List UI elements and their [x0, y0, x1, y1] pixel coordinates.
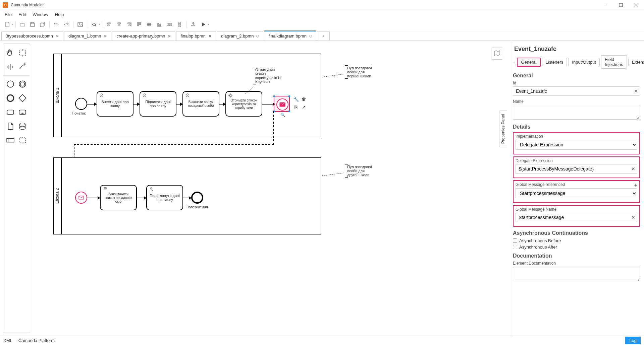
menu-edit[interactable]: Edit [15, 11, 29, 18]
subprocess-icon[interactable] [17, 107, 28, 117]
tab-extensions[interactable]: Extensions [628, 58, 644, 66]
start-event[interactable] [75, 98, 87, 110]
documentation-input[interactable] [513, 267, 640, 281]
properties-panel-toggle[interactable]: Properties Panel [499, 111, 507, 147]
message-flow[interactable] [74, 144, 274, 145]
annotation-icon[interactable]: ⎘ [292, 104, 299, 111]
minimize-button[interactable] [598, 0, 613, 10]
close-icon[interactable]: ✕ [168, 34, 171, 39]
save-all-button[interactable] [38, 20, 47, 29]
space-tool-icon[interactable] [5, 62, 15, 72]
message-throw-event[interactable] [276, 98, 288, 111]
implementation-select[interactable]: Delegate Expression [516, 140, 637, 150]
clear-icon[interactable]: ✕ [631, 166, 635, 171]
canvas[interactable]: Школа 1 Початок Внести дані про заяву Пі… [30, 41, 510, 336]
menu-file[interactable]: File [1, 11, 15, 18]
menu-window[interactable]: Window [29, 11, 51, 18]
log-button[interactable]: Log [625, 337, 641, 344]
image-button[interactable] [75, 20, 85, 29]
lasso-tool-icon[interactable] [17, 48, 28, 58]
name-input[interactable] [513, 105, 640, 120]
group-icon[interactable] [17, 135, 28, 145]
menu-help[interactable]: Help [52, 11, 67, 18]
tab-input-output[interactable]: Input/Output [568, 58, 600, 66]
tabs-prev[interactable]: ‹ [513, 60, 516, 65]
tab-field-injections[interactable]: Field Injections [601, 55, 627, 69]
data-object-icon[interactable] [5, 121, 15, 131]
tab-3typessubprocess[interactable]: 3typessubprocess.bpmn✕ [1, 31, 63, 41]
id-input[interactable] [513, 86, 640, 96]
svg-rect-27 [171, 23, 172, 26]
footer-xml-tab[interactable]: XML [3, 338, 12, 343]
close-icon[interactable]: ✕ [104, 34, 107, 39]
magnifier-icon[interactable]: 🔍 [280, 113, 285, 117]
task-sign-data[interactable]: Підписати дані про заяву [140, 91, 176, 117]
align-bottom-button[interactable] [155, 20, 164, 29]
add-message-button[interactable]: + [634, 182, 637, 188]
task-load-list[interactable]: Завантажити список посадових осіб [100, 185, 137, 210]
close-icon[interactable]: ✕ [208, 34, 212, 39]
run-button[interactable] [199, 20, 208, 29]
connect-icon[interactable]: ↗ [301, 104, 307, 111]
text-annotation-pool1[interactable]: Пул посадової особи для першої школи [345, 65, 375, 79]
align-right-button[interactable] [124, 20, 134, 29]
clear-icon[interactable]: ✕ [631, 215, 635, 220]
clear-icon[interactable]: ✕ [634, 88, 638, 94]
task-enter-data[interactable]: Внести дані про заяву [97, 91, 133, 117]
distribute-h-button[interactable] [165, 20, 174, 29]
hand-tool-icon[interactable] [5, 48, 15, 58]
svg-point-35 [7, 95, 14, 101]
message-flow[interactable] [273, 111, 274, 145]
text-annotation[interactable]: Отримуємо масив користувачів із Keycloak [253, 67, 286, 84]
align-top-button[interactable] [135, 20, 144, 29]
end-event[interactable] [191, 192, 203, 204]
task-review[interactable]: Переглянути дані про заяву [146, 185, 183, 210]
end-event-icon[interactable] [5, 93, 15, 103]
task-search-official[interactable]: Виконати пошук посадової особи [182, 91, 219, 117]
wrench-icon[interactable]: 🔧 [292, 96, 299, 102]
new-file-button[interactable] [3, 20, 12, 29]
intermediate-event-icon[interactable] [17, 79, 28, 89]
async-after-checkbox[interactable]: Asynchronous After [513, 245, 640, 250]
open-button[interactable] [18, 20, 27, 29]
data-store-icon[interactable] [17, 121, 28, 131]
connect-tool-icon[interactable] [17, 62, 28, 72]
distribute-v-button[interactable] [175, 20, 184, 29]
maximize-button[interactable] [613, 0, 629, 10]
tab-diagram1[interactable]: diagram_1.bpmn✕ [64, 31, 112, 41]
minimap-toggle[interactable] [491, 48, 503, 60]
deploy-button[interactable] [189, 20, 198, 29]
undo-button[interactable] [52, 20, 61, 29]
global-message-name-input[interactable] [516, 213, 637, 222]
text-annotation-pool2[interactable]: Пул посадової особи для другої школи [345, 164, 375, 178]
tab-diagram2[interactable]: diagram_2.bpmn [217, 31, 264, 41]
task-get-users[interactable]: Отримати список користувачів за атрибута… [225, 91, 262, 117]
pool-school-1[interactable]: Школа 1 Початок Внести дані про заяву Пі… [53, 54, 321, 137]
close-icon[interactable]: ✕ [56, 34, 59, 39]
delegate-expression-input[interactable] [516, 164, 637, 174]
redo-button[interactable] [62, 20, 71, 29]
close-button[interactable] [629, 0, 644, 10]
tab-listeners[interactable]: Listeners [542, 58, 567, 66]
tab-create-app-primary[interactable]: create-app-primary.bpmn✕ [112, 31, 175, 41]
new-tab-button[interactable]: + [317, 31, 330, 41]
color-fill-button[interactable] [89, 20, 99, 29]
tab-finalkdiagram[interactable]: finalkdiagram.bpmn [264, 30, 316, 41]
footer-platform-tab[interactable]: Camunda Platform [18, 338, 55, 343]
tab-finalbp[interactable]: finalbp.bpmn✕ [176, 31, 216, 41]
task-icon[interactable] [5, 107, 15, 117]
align-left-button[interactable] [104, 20, 114, 29]
async-before-checkbox[interactable]: Asynchronous Before [513, 238, 640, 243]
align-middle-button[interactable] [145, 20, 154, 29]
tab-general[interactable]: General [517, 58, 540, 67]
save-button[interactable] [28, 20, 37, 29]
trash-icon[interactable]: 🗑 [301, 96, 307, 102]
gateway-icon[interactable] [17, 93, 28, 103]
pool-school-2[interactable]: Школа 2 Завантажити список посадових осі… [53, 157, 321, 234]
align-center-button[interactable] [114, 20, 124, 29]
selected-element[interactable] [274, 96, 290, 112]
start-event-icon[interactable] [5, 79, 15, 89]
global-message-ref-select[interactable]: Startprocessmessage [516, 188, 637, 198]
pool-icon[interactable] [5, 135, 15, 145]
message-start-event[interactable] [75, 192, 87, 204]
